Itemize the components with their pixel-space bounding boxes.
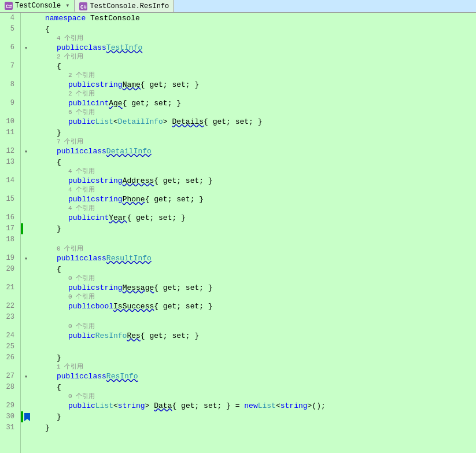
code-line-22: public bool IsSuccess { get; set; } xyxy=(34,301,476,312)
line-num-29: 29 xyxy=(0,400,17,411)
line-num-26: 26 xyxy=(0,352,17,363)
line-num-4: 4 xyxy=(0,13,17,24)
green-bar-17 xyxy=(21,223,23,234)
gutter-hint-27 xyxy=(21,363,31,371)
tab-testconsole[interactable]: C# TestConsole ▾ xyxy=(0,0,75,12)
line-num-15: 15 xyxy=(0,194,17,205)
code-line-5: { xyxy=(34,24,476,35)
gutter-25 xyxy=(21,341,31,352)
gutter-21 xyxy=(21,282,31,293)
line-num-hint-21 xyxy=(0,275,17,282)
svg-text:C#: C# xyxy=(80,5,87,10)
gutter-29 xyxy=(21,400,31,411)
line-num-hint-7 xyxy=(0,53,17,61)
line-num-19: 19 xyxy=(0,253,17,264)
code-line-31: } xyxy=(34,422,476,433)
code-line-19: public class ResultInfo xyxy=(34,253,476,264)
gutter-hint-14 xyxy=(21,168,31,175)
hint-10: 6 个引用 xyxy=(34,109,476,116)
gutter-17 xyxy=(21,223,31,234)
hint-21: 0 个引用 xyxy=(34,275,476,282)
gutter-6[interactable]: ▾ xyxy=(21,42,31,53)
gutter-hint-15 xyxy=(21,186,31,194)
gutter-11 xyxy=(21,127,31,138)
code-line-28: { xyxy=(34,382,476,393)
gutter-hint-8 xyxy=(21,72,31,79)
gutter-7 xyxy=(21,61,31,72)
code-line-4: namespace TestConsole xyxy=(34,13,476,24)
line-num-21: 21 xyxy=(0,282,17,293)
collapse-icon-6[interactable]: ▾ xyxy=(24,45,28,51)
line-num-hint-12 xyxy=(0,138,17,146)
line-num-12: 12 xyxy=(0,146,17,157)
line-num-28: 28 xyxy=(0,382,17,393)
line-num-23: 23 xyxy=(0,312,17,323)
code-line-30: } xyxy=(34,411,476,422)
gutter-23 xyxy=(21,312,31,323)
gutter-16 xyxy=(21,212,31,223)
line-num-hint-15 xyxy=(0,186,17,194)
code-line-8: public string Name { get; set; } xyxy=(34,79,476,90)
line-num-27: 27 xyxy=(0,371,17,382)
collapse-icon-27[interactable]: ▾ xyxy=(24,373,28,380)
gutter-18 xyxy=(21,234,31,245)
gutter-19[interactable]: ▾ xyxy=(21,253,31,264)
hint-6: 4 个引用 xyxy=(34,35,476,42)
code-line-24: public ResInfo Res { get; set; } xyxy=(34,330,476,341)
line-num-hint-22 xyxy=(0,293,17,301)
line-num-17: 17 xyxy=(0,223,17,234)
line-num-22: 22 xyxy=(0,301,17,312)
line-num-13: 13 xyxy=(0,157,17,168)
code-line-14: public string Address { get; set; } xyxy=(34,175,476,186)
gutter-13 xyxy=(21,157,31,168)
code-line-21: public string Message { get; set; } xyxy=(34,282,476,293)
line-num-10: 10 xyxy=(0,116,17,127)
gutter-hint-22 xyxy=(21,293,31,301)
line-numbers: 4 5 6 7 8 9 10 11 12 13 14 15 16 17 18 1… xyxy=(0,13,21,453)
gutter-28 xyxy=(21,382,31,393)
gutter-hint-9 xyxy=(21,90,31,98)
code-line-20: { xyxy=(34,264,476,275)
tab-resinfo[interactable]: C# TestConsole.ResInfo xyxy=(75,0,174,12)
tab-dropdown-icon[interactable]: ▾ xyxy=(65,1,69,10)
code-line-11: } xyxy=(34,127,476,138)
gutter-hint-21 xyxy=(21,275,31,282)
gutter-31 xyxy=(21,422,31,433)
hint-27: 1 个引用 xyxy=(34,363,476,371)
gutter-8 xyxy=(21,79,31,90)
line-num-hint-6 xyxy=(0,35,17,42)
bookmark-icon xyxy=(24,413,30,421)
gutter-hint-12 xyxy=(21,138,31,146)
gutter-27[interactable]: ▾ xyxy=(21,371,31,382)
code-line-16: public int Year { get; set; } xyxy=(34,212,476,223)
gutter-26 xyxy=(21,352,31,363)
line-num-hint-29 xyxy=(0,393,17,400)
hint-24: 0 个引用 xyxy=(34,323,476,330)
line-num-25: 25 xyxy=(0,341,17,352)
bookmark-30 xyxy=(24,411,30,422)
gutter-hint-10 xyxy=(21,109,31,116)
hint-9: 2 个引用 xyxy=(34,90,476,98)
hint-22: 0 个引用 xyxy=(34,293,476,301)
line-num-11: 11 xyxy=(0,127,17,138)
hint-15: 4 个引用 xyxy=(34,186,476,194)
code-line-13: { xyxy=(34,157,476,168)
gutter-hint-6 xyxy=(21,35,31,42)
line-num-18: 18 xyxy=(0,234,17,245)
line-num-31: 31 xyxy=(0,422,17,433)
gutter-4 xyxy=(21,13,31,24)
gutter-30 xyxy=(21,411,31,422)
hint-16: 4 个引用 xyxy=(34,205,476,212)
gutter-hint-19 xyxy=(21,245,31,253)
gutter-9 xyxy=(21,98,31,109)
gutter-12[interactable]: ▾ xyxy=(21,146,31,157)
collapse-icon-19[interactable]: ▾ xyxy=(24,255,28,262)
gutter-hint-29 xyxy=(21,393,31,400)
cs-icon: C# xyxy=(5,2,13,10)
code-line-26: } xyxy=(34,352,476,363)
tab-bar: C# TestConsole ▾ C# TestConsole.ResInfo xyxy=(0,0,476,13)
code-line-18 xyxy=(34,234,476,245)
line-num-20: 20 xyxy=(0,264,17,275)
collapse-icon-12[interactable]: ▾ xyxy=(24,148,28,155)
gutter-15 xyxy=(21,194,31,205)
